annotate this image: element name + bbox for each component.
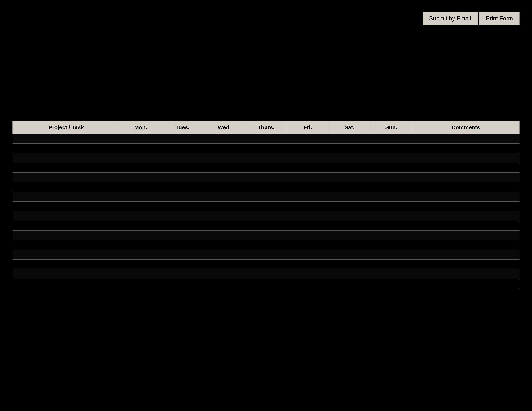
row-12-col-0-input[interactable] (14, 250, 119, 260)
row-0-col-5-input[interactable] (288, 134, 327, 143)
row-9-col-1-input[interactable] (121, 221, 161, 231)
row-3-col-1-input[interactable] (121, 163, 161, 172)
row-6-col-0-input[interactable] (14, 192, 119, 201)
row-4-col-6-input[interactable] (330, 173, 369, 182)
row-12-col-5-input[interactable] (288, 250, 327, 260)
row-7-col-7-input[interactable] (371, 202, 411, 211)
row-15-col-5-input[interactable] (288, 279, 327, 289)
row-3-col-3-input[interactable] (205, 163, 244, 172)
row-12-col-1-input[interactable] (121, 250, 161, 260)
row-10-col-1-input[interactable] (121, 231, 161, 240)
row-1-col-8-input[interactable] (413, 144, 518, 153)
row-9-col-5-input[interactable] (288, 221, 327, 231)
row-14-col-4-input[interactable] (246, 269, 285, 279)
row-9-col-2-input[interactable] (163, 221, 202, 231)
row-2-col-2-input[interactable] (163, 153, 202, 163)
row-11-col-7-input[interactable] (371, 240, 411, 250)
row-2-col-4-input[interactable] (246, 153, 285, 163)
row-13-col-2-input[interactable] (163, 260, 202, 269)
row-7-col-4-input[interactable] (246, 202, 285, 211)
row-13-col-1-input[interactable] (121, 260, 161, 269)
row-2-col-8-input[interactable] (413, 153, 518, 163)
row-0-col-6-input[interactable] (330, 134, 369, 143)
row-12-col-6-input[interactable] (330, 250, 369, 260)
row-8-col-8-input[interactable] (413, 211, 518, 221)
row-6-col-7-input[interactable] (371, 192, 411, 201)
print-form-button[interactable]: Print Form (479, 12, 520, 25)
row-9-col-4-input[interactable] (246, 221, 285, 231)
row-9-col-7-input[interactable] (371, 221, 411, 231)
row-14-col-5-input[interactable] (288, 269, 327, 279)
row-8-col-3-input[interactable] (205, 211, 244, 221)
row-14-col-6-input[interactable] (330, 269, 369, 279)
row-10-col-0-input[interactable] (14, 231, 119, 240)
row-1-col-5-input[interactable] (288, 144, 327, 153)
row-14-col-0-input[interactable] (14, 269, 119, 279)
row-6-col-2-input[interactable] (163, 192, 202, 201)
row-11-col-3-input[interactable] (205, 240, 244, 250)
row-8-col-0-input[interactable] (14, 211, 119, 221)
submit-by-email-button[interactable]: Submit by Email (423, 12, 478, 25)
row-3-col-8-input[interactable] (413, 163, 518, 172)
row-1-col-6-input[interactable] (330, 144, 369, 153)
row-4-col-2-input[interactable] (163, 173, 202, 182)
row-3-col-2-input[interactable] (163, 163, 202, 172)
row-4-col-5-input[interactable] (288, 173, 327, 182)
row-13-col-6-input[interactable] (330, 260, 369, 269)
row-1-col-4-input[interactable] (246, 144, 285, 153)
row-6-col-3-input[interactable] (205, 192, 244, 201)
row-13-col-7-input[interactable] (371, 260, 411, 269)
row-14-col-2-input[interactable] (163, 269, 202, 279)
row-11-col-1-input[interactable] (121, 240, 161, 250)
row-14-col-3-input[interactable] (205, 269, 244, 279)
row-14-col-8-input[interactable] (413, 269, 518, 279)
row-15-col-8-input[interactable] (413, 279, 518, 289)
row-2-col-7-input[interactable] (371, 153, 411, 163)
row-5-col-0-input[interactable] (14, 182, 119, 192)
row-1-col-0-input[interactable] (14, 144, 119, 153)
row-12-col-3-input[interactable] (205, 250, 244, 260)
row-15-col-1-input[interactable] (121, 279, 161, 289)
row-9-col-6-input[interactable] (330, 221, 369, 231)
row-9-col-0-input[interactable] (14, 221, 119, 231)
row-3-col-6-input[interactable] (330, 163, 369, 172)
row-3-col-5-input[interactable] (288, 163, 327, 172)
row-15-col-0-input[interactable] (14, 279, 119, 289)
row-11-col-6-input[interactable] (330, 240, 369, 250)
row-4-col-8-input[interactable] (413, 173, 518, 182)
row-6-col-6-input[interactable] (330, 192, 369, 201)
row-4-col-7-input[interactable] (371, 173, 411, 182)
row-0-col-7-input[interactable] (371, 134, 411, 143)
row-5-col-2-input[interactable] (163, 182, 202, 192)
row-11-col-4-input[interactable] (246, 240, 285, 250)
row-15-col-7-input[interactable] (371, 279, 411, 289)
row-0-col-4-input[interactable] (246, 134, 285, 143)
row-15-col-6-input[interactable] (330, 279, 369, 289)
row-8-col-7-input[interactable] (371, 211, 411, 221)
row-0-col-3-input[interactable] (205, 134, 244, 143)
row-10-col-2-input[interactable] (163, 231, 202, 240)
row-8-col-4-input[interactable] (246, 211, 285, 221)
row-14-col-7-input[interactable] (371, 269, 411, 279)
row-11-col-0-input[interactable] (14, 240, 119, 250)
row-4-col-4-input[interactable] (246, 173, 285, 182)
row-6-col-8-input[interactable] (413, 192, 518, 201)
row-15-col-2-input[interactable] (163, 279, 202, 289)
row-12-col-2-input[interactable] (163, 250, 202, 260)
row-3-col-7-input[interactable] (371, 163, 411, 172)
row-15-col-4-input[interactable] (246, 279, 285, 289)
row-5-col-3-input[interactable] (205, 182, 244, 192)
row-11-col-8-input[interactable] (413, 240, 518, 250)
row-7-col-1-input[interactable] (121, 202, 161, 211)
row-11-col-2-input[interactable] (163, 240, 202, 250)
row-12-col-4-input[interactable] (246, 250, 285, 260)
row-0-col-1-input[interactable] (121, 134, 161, 143)
row-8-col-6-input[interactable] (330, 211, 369, 221)
row-4-col-0-input[interactable] (14, 173, 119, 182)
row-8-col-5-input[interactable] (288, 211, 327, 221)
row-1-col-1-input[interactable] (121, 144, 161, 153)
row-13-col-0-input[interactable] (14, 260, 119, 269)
row-5-col-4-input[interactable] (246, 182, 285, 192)
row-8-col-1-input[interactable] (121, 211, 161, 221)
row-1-col-3-input[interactable] (205, 144, 244, 153)
